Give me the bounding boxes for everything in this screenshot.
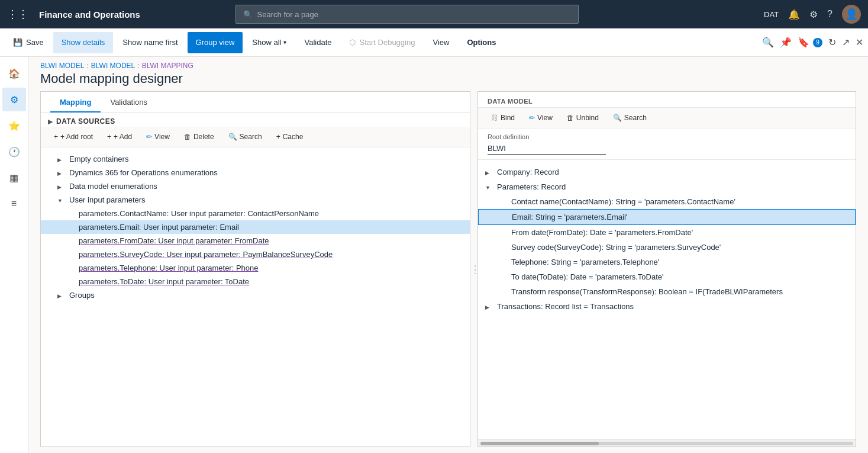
avatar[interactable]: 👤 [842, 5, 861, 24]
dm-item-company[interactable]: Company: Record [478, 165, 856, 179]
action-bar: 💾 Save Show details Show name first Grou… [0, 28, 868, 57]
dm-item-survey-code-right[interactable]: Survey code(SurveyCode): String = 'param… [478, 240, 856, 255]
pin-icon[interactable]: 📌 [780, 37, 792, 48]
right-panel: DATA MODEL ⛓ Bind ✏ View 🗑 Unbind [477, 91, 856, 447]
right-panel-toolbar: ⛓ Bind ✏ View 🗑 Unbind 🔍 Search [478, 108, 856, 128]
notification-count-badge: 9 [813, 38, 822, 47]
settings-icon[interactable]: ⚙ [809, 9, 818, 20]
view-button-right[interactable]: ✏ View [523, 111, 559, 124]
tree-item-empty-containers[interactable]: Empty containers [41, 152, 470, 166]
app-title: Finance and Operations [39, 9, 140, 20]
refresh-icon[interactable]: ↻ [828, 37, 836, 48]
view-button[interactable]: View [424, 32, 457, 53]
tree-item-contact-name[interactable]: parameters.ContactName: User input param… [41, 207, 470, 220]
bind-button[interactable]: ⛓ Bind [485, 111, 521, 124]
unbind-button[interactable]: 🗑 Unbind [561, 111, 605, 124]
root-definition-input[interactable] [488, 143, 606, 155]
main-content: BLWI MODEL : BLWI MODEL : BLWI MAPPING M… [28, 57, 868, 453]
expand-data-model-enums [57, 183, 67, 190]
delete-button-left[interactable]: 🗑 Delete [178, 130, 220, 143]
dm-item-telephone-right[interactable]: Telephone: String = 'parameters.Telephon… [478, 255, 856, 269]
show-details-button[interactable]: Show details [53, 32, 114, 53]
dm-item-contact-name-right[interactable]: Contact name(ContactName): String = 'par… [478, 194, 856, 209]
datasources-header: ▶ DATA SOURCES [41, 113, 470, 127]
tree-item-dynamics-enums[interactable]: Dynamics 365 for Operations enumerations [41, 166, 470, 179]
add-root-icon: + [54, 133, 58, 141]
sidebar-filter-icon[interactable]: ⚙ [2, 88, 26, 111]
expand-dynamics-enums [57, 169, 67, 176]
tree-item-from-date[interactable]: parameters.FromDate: User input paramete… [41, 234, 470, 248]
breadcrumb-part3: BLWI MAPPING [142, 62, 193, 70]
tree-item-user-input[interactable]: User input parameters [41, 193, 470, 207]
search-icon: 🔍 [243, 10, 253, 19]
breadcrumb-sep2: : [137, 62, 139, 70]
dm-item-transform-right[interactable]: Transform response(TransformResponse): B… [478, 284, 856, 299]
view-button-left[interactable]: ✏ View [140, 130, 176, 143]
panels: Mapping Validations ▶ DATA SOURCES + + A… [28, 91, 868, 453]
add-icon: + [107, 133, 111, 141]
datasources-expand-icon[interactable]: ▶ [48, 118, 53, 126]
breadcrumb-part2[interactable]: BLWI MODEL [91, 62, 135, 70]
dm-item-from-date-right[interactable]: From date(FromDate): Date = 'parameters.… [478, 225, 856, 240]
global-search-bar[interactable]: 🔍 [235, 5, 579, 24]
expand-empty-containers [57, 156, 67, 163]
tree-item-data-model-enums[interactable]: Data model enumerations [41, 179, 470, 193]
tab-mapping[interactable]: Mapping [50, 92, 101, 113]
datasources-label: DATA SOURCES [56, 117, 115, 126]
debug-icon: ⬡ [349, 38, 356, 47]
sidebar-star-icon[interactable]: ⭐ [2, 114, 26, 137]
sidebar-grid-icon[interactable]: ▦ [2, 166, 26, 189]
dm-scrollbar[interactable] [478, 439, 856, 446]
tree-item-to-date[interactable]: parameters.ToDate: User input parameter:… [41, 275, 470, 288]
dm-item-to-date-right[interactable]: To date(ToDate): Date = 'parameters.ToDa… [478, 269, 856, 284]
expand-transactions [485, 303, 495, 310]
search-button-left[interactable]: 🔍 Search [222, 130, 268, 143]
dm-item-transactions[interactable]: Transactions: Record list = Transactions [478, 299, 856, 314]
dm-item-parameters[interactable]: Parameters: Record [478, 179, 856, 194]
cache-button[interactable]: + Cache [270, 130, 309, 143]
delete-icon: 🗑 [184, 133, 191, 141]
search-action-icon[interactable]: 🔍 [762, 37, 774, 48]
panel-divider[interactable]: ⋮ [473, 91, 477, 447]
sidebar-clock-icon[interactable]: 🕐 [2, 140, 26, 163]
save-button[interactable]: 💾 Save [5, 32, 52, 53]
close-icon[interactable]: ✕ [856, 37, 863, 48]
dm-tree: Company: Record Parameters: Record Conta… [478, 160, 856, 439]
tabs: Mapping Validations [41, 92, 470, 113]
expand-user-input [57, 197, 67, 204]
tree-item-telephone[interactable]: parameters.Telephone: User input paramet… [41, 261, 470, 275]
show-all-button[interactable]: Show all ▾ [244, 32, 295, 53]
breadcrumb: BLWI MODEL : BLWI MODEL : BLWI MAPPING [28, 57, 868, 70]
global-search-input[interactable] [257, 10, 571, 19]
grid-icon[interactable]: ⋮⋮ [7, 8, 28, 21]
show-name-first-button[interactable]: Show name first [114, 32, 186, 53]
tree-item-email[interactable]: parameters.Email: User input parameter: … [41, 220, 470, 234]
nav-icons: DAT 🔔 ⚙ ? 👤 [764, 5, 861, 24]
notification-icon[interactable]: 🔔 [788, 9, 800, 20]
left-panel-toolbar: + + Add root + + Add ✏ View 🗑 Delete [41, 127, 470, 147]
open-icon[interactable]: ↗ [842, 37, 850, 48]
start-debugging-button[interactable]: ⬡ Start Debugging [341, 32, 423, 53]
group-view-button[interactable]: Group view [188, 32, 243, 53]
breadcrumb-part1[interactable]: BLWI MODEL [40, 62, 84, 70]
search-icon-left: 🔍 [228, 133, 237, 141]
show-all-chevron: ▾ [283, 39, 286, 46]
validate-button[interactable]: Validate [296, 32, 340, 53]
tree-item-survey-code[interactable]: parameters.SurveyCode: User input parame… [41, 248, 470, 261]
top-nav: ⋮⋮ Finance and Operations 🔍 DAT 🔔 ⚙ ? 👤 [0, 0, 868, 28]
view-icon-right: ✏ [529, 114, 535, 122]
cache-icon: + [276, 133, 280, 141]
search-button-right[interactable]: 🔍 Search [607, 111, 653, 124]
help-icon[interactable]: ? [827, 9, 832, 20]
options-button[interactable]: Options [459, 32, 504, 53]
dm-item-email-right[interactable]: Email: String = 'parameters.Email' [478, 209, 856, 225]
bookmark-icon[interactable]: 🔖 [798, 37, 809, 48]
expand-groups [57, 292, 67, 299]
root-definition-section: Root definition [478, 128, 856, 160]
tree-item-groups[interactable]: Groups [41, 288, 470, 302]
tab-validations[interactable]: Validations [101, 92, 157, 113]
sidebar-home-icon[interactable]: 🏠 [2, 62, 26, 85]
sidebar-list-icon[interactable]: ≡ [2, 192, 26, 216]
add-root-button[interactable]: + + Add root [48, 130, 99, 143]
add-button[interactable]: + + Add [101, 130, 138, 143]
